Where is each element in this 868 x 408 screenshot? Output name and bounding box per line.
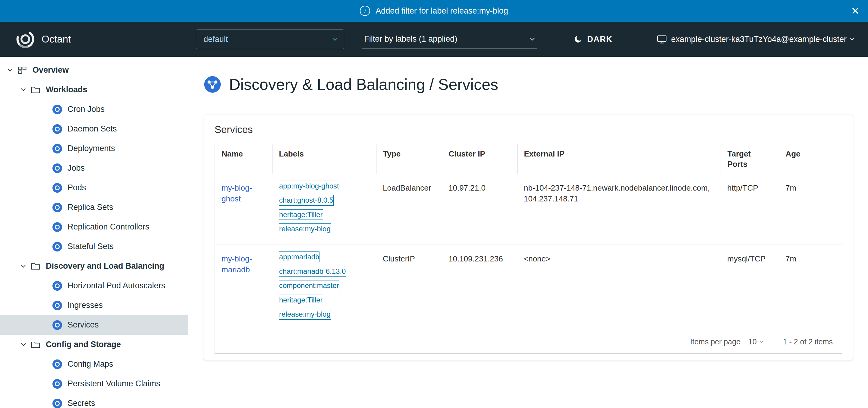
namespace-dropdown[interactable]: default bbox=[196, 29, 344, 49]
app-title: Octant bbox=[41, 33, 71, 45]
sidebar-item-ingresses[interactable]: Ingresses bbox=[0, 295, 188, 315]
sidebar-group-config-and-storage[interactable]: Config and Storage bbox=[0, 335, 188, 354]
app-header: Octant default Filter by labels (1 appli… bbox=[0, 22, 868, 57]
sidebar-item-daemon-sets[interactable]: Daemon Sets bbox=[0, 119, 188, 139]
external-ip-cell: nb-104-237-148-71.newark.nodebalancer.li… bbox=[517, 174, 721, 244]
label-pill[interactable]: chart:ghost-8.0.5 bbox=[279, 195, 334, 206]
sidebar-item-replication-controllers[interactable]: Replication Controllers bbox=[0, 217, 188, 237]
chevron-down-icon[interactable] bbox=[21, 265, 25, 267]
sidebar-item-cron-jobs[interactable]: Cron Jobs bbox=[0, 99, 188, 119]
table-row: my-blog-mariadb app:mariadb chart:mariad… bbox=[215, 244, 843, 329]
sidebar-item-label: Replication Controllers bbox=[67, 222, 150, 232]
items-per-page-label: Items per page bbox=[690, 338, 741, 346]
octant-logo-icon bbox=[16, 30, 35, 49]
info-icon: i bbox=[360, 6, 370, 16]
cluster-context-dropdown[interactable]: example-cluster-ka3TuTzYo4a@example-clus… bbox=[657, 34, 854, 44]
sidebar-item-label: Ingresses bbox=[67, 301, 103, 310]
sidebar-item-secrets[interactable]: Secrets bbox=[0, 394, 188, 408]
column-header-age: Age bbox=[779, 144, 843, 174]
secrets-icon bbox=[53, 399, 62, 408]
sidebar-item-label: Persistent Volume Claims bbox=[67, 379, 160, 388]
dark-theme-toggle[interactable]: DARK bbox=[573, 34, 613, 44]
sidebar-item-deployments[interactable]: Deployments bbox=[0, 139, 188, 158]
column-header-type: Type bbox=[376, 144, 442, 174]
replication-controllers-icon bbox=[53, 222, 62, 232]
sidebar-item-horizontal-pod-autoscalers[interactable]: Horizontal Pod Autoscalers bbox=[0, 276, 188, 295]
target-ports-cell: mysql/TCP bbox=[721, 244, 779, 329]
labels-cell: app:my-blog-ghost chart:ghost-8.0.5 heri… bbox=[272, 174, 376, 244]
sidebar-item-stateful-sets[interactable]: Stateful Sets bbox=[0, 237, 188, 256]
cron-jobs-icon bbox=[53, 105, 62, 114]
chevron-down-icon[interactable] bbox=[21, 344, 25, 345]
pagination-footer: Items per page 10 1 - 2 of 2 items bbox=[215, 330, 842, 353]
sidebar-group-workloads[interactable]: Workloads bbox=[0, 80, 188, 99]
sidebar-item-replica-sets[interactable]: Replica Sets bbox=[0, 198, 188, 217]
sidebar-item-jobs[interactable]: Jobs bbox=[0, 158, 188, 178]
label-pill[interactable]: app:mariadb bbox=[279, 252, 319, 262]
page-size-value: 10 bbox=[748, 338, 757, 346]
folder-icon bbox=[31, 340, 40, 350]
service-link[interactable]: my-blog-ghost bbox=[221, 183, 252, 203]
sidebar-item-overview[interactable]: Overview bbox=[0, 60, 188, 80]
cluster-ip-cell: 10.97.21.0 bbox=[442, 174, 517, 244]
sidebar-item-label: Jobs bbox=[67, 164, 85, 173]
chevron-down-icon bbox=[333, 36, 338, 41]
column-header-labels: Labels bbox=[272, 144, 376, 174]
sidebar-group-discovery-and-load-balancing[interactable]: Discovery and Load Balancing bbox=[0, 256, 188, 276]
sidebar-item-config-maps[interactable]: Config Maps bbox=[0, 354, 188, 374]
notification-banner: i Added filter for label release:my-blog… bbox=[0, 0, 868, 22]
services-table: Name Labels Type Cluster IP External IP … bbox=[215, 144, 843, 330]
type-cell: LoadBalancer bbox=[376, 174, 442, 244]
namespace-value: default bbox=[204, 35, 228, 44]
chevron-down-icon bbox=[530, 36, 535, 41]
close-icon[interactable]: ✕ bbox=[851, 6, 860, 16]
daemon-sets-icon bbox=[53, 124, 62, 134]
cluster-ip-cell: 10.109.231.236 bbox=[442, 244, 517, 329]
sidebar-item-label: Secrets bbox=[67, 399, 95, 408]
sidebar-item-label: Daemon Sets bbox=[67, 124, 117, 134]
stateful-sets-icon bbox=[53, 242, 62, 252]
folder-icon bbox=[31, 261, 40, 271]
persistent-volume-claims-icon bbox=[53, 379, 62, 389]
column-header-external-ip: External IP bbox=[517, 144, 721, 174]
label-pill[interactable]: app:my-blog-ghost bbox=[279, 181, 339, 192]
sidebar-item-pods[interactable]: Pods bbox=[0, 178, 188, 198]
table-header-row: Name Labels Type Cluster IP External IP … bbox=[215, 144, 843, 174]
label-pill[interactable]: heritage:Tiller bbox=[279, 295, 323, 305]
column-header-name: Name bbox=[215, 144, 272, 174]
label-pill[interactable]: chart:mariadb-6.13.0 bbox=[279, 266, 346, 277]
label-pill[interactable]: release:my-blog bbox=[279, 224, 331, 234]
config-maps-icon bbox=[53, 359, 62, 369]
notification-text: Added filter for label release:my-blog bbox=[375, 6, 508, 16]
chevron-down-icon[interactable] bbox=[8, 69, 12, 71]
sidebar-item-label: Replica Sets bbox=[67, 203, 113, 212]
sidebar-item-services[interactable]: Services bbox=[0, 315, 188, 335]
label-filter-text: Filter by labels (1 applied) bbox=[364, 34, 457, 44]
pagination-range: 1 - 2 of 2 items bbox=[783, 338, 833, 346]
jobs-icon bbox=[53, 164, 62, 173]
sidebar-item-persistent-volume-claims[interactable]: Persistent Volume Claims bbox=[0, 374, 188, 394]
load-balancer-icon bbox=[204, 76, 221, 93]
card-title: Services bbox=[215, 124, 842, 136]
theme-toggle-label: DARK bbox=[587, 35, 613, 44]
services-datagrid: Name Labels Type Cluster IP External IP … bbox=[215, 144, 842, 354]
sidebar-item-label: Pods bbox=[67, 183, 86, 193]
sidebar-group-label: Config and Storage bbox=[46, 340, 121, 349]
service-link[interactable]: my-blog-mariadb bbox=[221, 254, 252, 274]
main-content: Discovery & Load Balancing / Services Se… bbox=[188, 57, 868, 408]
label-pill[interactable]: release:my-blog bbox=[279, 309, 331, 320]
ingresses-icon bbox=[53, 301, 62, 310]
name-cell: my-blog-mariadb bbox=[215, 244, 272, 329]
chevron-down-icon[interactable] bbox=[21, 89, 25, 90]
labels-cell: app:mariadb chart:mariadb-6.13.0 compone… bbox=[272, 244, 376, 329]
age-cell: 7m bbox=[779, 174, 843, 244]
label-pill[interactable]: component:master bbox=[279, 280, 339, 291]
services-icon bbox=[53, 320, 62, 330]
label-pill[interactable]: heritage:Tiller bbox=[279, 209, 323, 220]
page-size-select[interactable]: 10 bbox=[748, 338, 763, 346]
table-row: my-blog-ghost app:my-blog-ghost chart:gh… bbox=[215, 174, 843, 244]
sidebar-item-label: Services bbox=[67, 320, 99, 329]
cluster-context-label: example-cluster-ka3TuTzYo4a@example-clus… bbox=[671, 35, 846, 44]
label-filter-dropdown[interactable]: Filter by labels (1 applied) bbox=[362, 30, 537, 49]
type-cell: ClusterIP bbox=[376, 244, 442, 329]
